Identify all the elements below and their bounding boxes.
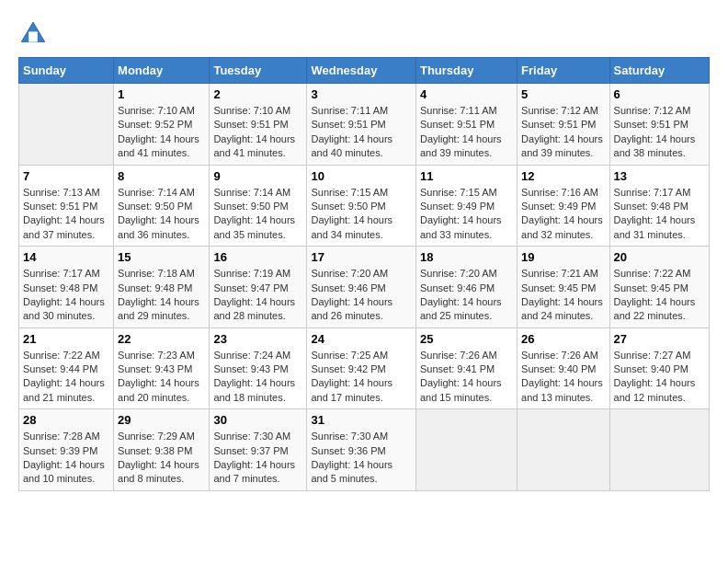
daylight: Daylight: 14 hours and 8 minutes. bbox=[118, 459, 199, 484]
sunrise: Sunrise: 7:11 AM bbox=[311, 105, 388, 116]
sunset: Sunset: 9:51 PM bbox=[521, 119, 596, 130]
day-number: 1 bbox=[118, 87, 205, 101]
sunset: Sunset: 9:51 PM bbox=[420, 119, 495, 130]
sunrise: Sunrise: 7:16 AM bbox=[521, 187, 598, 198]
day-cell: 18 Sunrise: 7:20 AM Sunset: 9:46 PM Dayl… bbox=[415, 247, 517, 328]
day-number: 11 bbox=[420, 169, 513, 183]
sunrise: Sunrise: 7:30 AM bbox=[213, 431, 290, 442]
day-number: 2 bbox=[213, 87, 302, 101]
day-info: Sunrise: 7:30 AM Sunset: 9:37 PM Dayligh… bbox=[213, 430, 302, 487]
calendar-table: SundayMondayTuesdayWednesdayThursdayFrid… bbox=[18, 57, 710, 491]
day-number: 4 bbox=[420, 87, 513, 101]
day-cell: 19 Sunrise: 7:21 AM Sunset: 9:45 PM Dayl… bbox=[518, 247, 609, 328]
day-info: Sunrise: 7:15 AM Sunset: 9:49 PM Dayligh… bbox=[420, 186, 513, 243]
header-day-thursday: Thursday bbox=[415, 58, 517, 84]
daylight: Daylight: 14 hours and 39 minutes. bbox=[420, 133, 502, 158]
day-info: Sunrise: 7:10 AM Sunset: 9:52 PM Dayligh… bbox=[118, 104, 205, 161]
svg-rect-2 bbox=[28, 31, 38, 41]
sunrise: Sunrise: 7:28 AM bbox=[23, 431, 100, 442]
sunrise: Sunrise: 7:22 AM bbox=[23, 350, 100, 361]
sunrise: Sunrise: 7:27 AM bbox=[614, 350, 691, 361]
week-row-1: 1 Sunrise: 7:10 AM Sunset: 9:52 PM Dayli… bbox=[19, 84, 710, 166]
sunrise: Sunrise: 7:12 AM bbox=[614, 105, 691, 116]
sunset: Sunset: 9:51 PM bbox=[23, 201, 97, 212]
day-number: 3 bbox=[311, 87, 412, 101]
day-info: Sunrise: 7:26 AM Sunset: 9:41 PM Dayligh… bbox=[420, 349, 513, 406]
day-cell: 9 Sunrise: 7:14 AM Sunset: 9:50 PM Dayli… bbox=[210, 165, 307, 247]
day-info: Sunrise: 7:10 AM Sunset: 9:51 PM Dayligh… bbox=[213, 104, 302, 161]
header-row: SundayMondayTuesdayWednesdayThursdayFrid… bbox=[19, 58, 710, 84]
day-cell: 30 Sunrise: 7:30 AM Sunset: 9:37 PM Dayl… bbox=[210, 409, 307, 491]
daylight: Daylight: 14 hours and 28 minutes. bbox=[213, 296, 295, 321]
day-number: 5 bbox=[521, 87, 605, 101]
daylight: Daylight: 14 hours and 12 minutes. bbox=[614, 377, 696, 402]
day-info: Sunrise: 7:18 AM Sunset: 9:48 PM Dayligh… bbox=[118, 267, 205, 324]
day-number: 25 bbox=[420, 332, 513, 346]
sunrise: Sunrise: 7:22 AM bbox=[614, 268, 691, 279]
header-day-friday: Friday bbox=[518, 58, 609, 84]
daylight: Daylight: 14 hours and 30 minutes. bbox=[23, 296, 105, 321]
daylight: Daylight: 14 hours and 31 minutes. bbox=[614, 214, 696, 239]
day-cell bbox=[609, 409, 709, 491]
daylight: Daylight: 14 hours and 22 minutes. bbox=[614, 296, 696, 321]
week-row-4: 21 Sunrise: 7:22 AM Sunset: 9:44 PM Dayl… bbox=[19, 327, 710, 409]
sunset: Sunset: 9:45 PM bbox=[614, 282, 688, 293]
day-number: 24 bbox=[311, 332, 412, 346]
day-info: Sunrise: 7:30 AM Sunset: 9:36 PM Dayligh… bbox=[311, 430, 412, 487]
sunset: Sunset: 9:40 PM bbox=[521, 363, 596, 374]
sunrise: Sunrise: 7:29 AM bbox=[118, 431, 195, 442]
daylight: Daylight: 14 hours and 7 minutes. bbox=[213, 459, 295, 484]
day-number: 7 bbox=[23, 169, 109, 183]
day-number: 10 bbox=[311, 169, 412, 183]
sunset: Sunset: 9:50 PM bbox=[118, 201, 192, 212]
sunset: Sunset: 9:50 PM bbox=[311, 201, 385, 212]
day-number: 22 bbox=[118, 332, 205, 346]
day-number: 29 bbox=[118, 413, 205, 427]
day-info: Sunrise: 7:20 AM Sunset: 9:46 PM Dayligh… bbox=[420, 267, 513, 324]
day-number: 8 bbox=[118, 169, 205, 183]
day-cell: 3 Sunrise: 7:11 AM Sunset: 9:51 PM Dayli… bbox=[307, 84, 416, 166]
sunrise: Sunrise: 7:26 AM bbox=[521, 350, 598, 361]
day-info: Sunrise: 7:28 AM Sunset: 9:39 PM Dayligh… bbox=[23, 430, 109, 487]
day-info: Sunrise: 7:23 AM Sunset: 9:43 PM Dayligh… bbox=[118, 349, 205, 406]
sunset: Sunset: 9:51 PM bbox=[614, 119, 688, 130]
sunrise: Sunrise: 7:11 AM bbox=[420, 105, 497, 116]
sunset: Sunset: 9:39 PM bbox=[23, 445, 97, 456]
day-number: 15 bbox=[118, 250, 205, 264]
daylight: Daylight: 14 hours and 25 minutes. bbox=[420, 296, 502, 321]
day-cell: 28 Sunrise: 7:28 AM Sunset: 9:39 PM Dayl… bbox=[19, 409, 114, 491]
daylight: Daylight: 14 hours and 18 minutes. bbox=[213, 377, 295, 402]
day-cell: 8 Sunrise: 7:14 AM Sunset: 9:50 PM Dayli… bbox=[114, 165, 210, 247]
sunrise: Sunrise: 7:20 AM bbox=[420, 268, 497, 279]
sunset: Sunset: 9:45 PM bbox=[521, 282, 596, 293]
day-number: 16 bbox=[213, 250, 302, 264]
day-info: Sunrise: 7:12 AM Sunset: 9:51 PM Dayligh… bbox=[614, 104, 705, 161]
day-cell: 24 Sunrise: 7:25 AM Sunset: 9:42 PM Dayl… bbox=[307, 327, 416, 409]
sunset: Sunset: 9:48 PM bbox=[118, 282, 192, 293]
day-cell: 14 Sunrise: 7:17 AM Sunset: 9:48 PM Dayl… bbox=[19, 247, 114, 328]
sunset: Sunset: 9:46 PM bbox=[420, 282, 495, 293]
day-cell: 4 Sunrise: 7:11 AM Sunset: 9:51 PM Dayli… bbox=[415, 84, 517, 166]
day-info: Sunrise: 7:11 AM Sunset: 9:51 PM Dayligh… bbox=[420, 104, 513, 161]
day-number: 13 bbox=[614, 169, 705, 183]
day-number: 27 bbox=[614, 332, 705, 346]
day-cell: 1 Sunrise: 7:10 AM Sunset: 9:52 PM Dayli… bbox=[114, 84, 210, 166]
sunset: Sunset: 9:43 PM bbox=[118, 363, 192, 374]
day-cell bbox=[415, 409, 517, 491]
sunset: Sunset: 9:48 PM bbox=[23, 282, 97, 293]
sunset: Sunset: 9:42 PM bbox=[311, 363, 385, 374]
sunset: Sunset: 9:46 PM bbox=[311, 282, 385, 293]
sunrise: Sunrise: 7:14 AM bbox=[118, 187, 195, 198]
day-info: Sunrise: 7:20 AM Sunset: 9:46 PM Dayligh… bbox=[311, 267, 412, 324]
day-info: Sunrise: 7:21 AM Sunset: 9:45 PM Dayligh… bbox=[521, 267, 605, 324]
sunrise: Sunrise: 7:15 AM bbox=[420, 187, 497, 198]
day-info: Sunrise: 7:15 AM Sunset: 9:50 PM Dayligh… bbox=[311, 186, 412, 243]
day-info: Sunrise: 7:16 AM Sunset: 9:49 PM Dayligh… bbox=[521, 186, 605, 243]
sunset: Sunset: 9:51 PM bbox=[311, 119, 385, 130]
day-cell: 10 Sunrise: 7:15 AM Sunset: 9:50 PM Dayl… bbox=[307, 165, 416, 247]
sunset: Sunset: 9:41 PM bbox=[420, 363, 495, 374]
day-cell: 12 Sunrise: 7:16 AM Sunset: 9:49 PM Dayl… bbox=[518, 165, 609, 247]
logo bbox=[18, 18, 51, 48]
sunset: Sunset: 9:43 PM bbox=[213, 363, 288, 374]
day-info: Sunrise: 7:22 AM Sunset: 9:45 PM Dayligh… bbox=[614, 267, 705, 324]
